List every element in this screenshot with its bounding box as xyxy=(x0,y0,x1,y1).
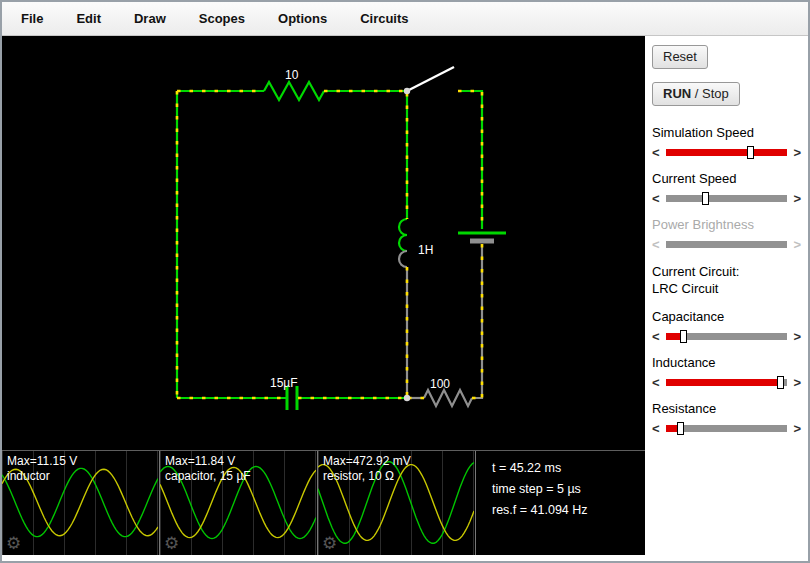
inductor[interactable]: 1H xyxy=(399,219,433,267)
menu-file[interactable]: File xyxy=(21,11,43,26)
slider-label: Simulation Speed xyxy=(652,125,801,140)
slider-fill xyxy=(666,379,781,386)
scope-readout: Max=472.92 mV resistor, 10 Ω xyxy=(323,454,411,484)
menu-scopes[interactable]: Scopes xyxy=(199,11,245,26)
scope-panel-resistor[interactable]: Max=472.92 mV resistor, 10 Ω ⚙ xyxy=(318,451,476,555)
slider-track[interactable] xyxy=(666,149,787,156)
control-sidebar: Reset RUN / Stop Simulation Speed < > Cu… xyxy=(645,36,808,561)
slider-right-arrow-icon[interactable]: > xyxy=(790,329,801,344)
current-circuit-info: Current Circuit: LRC Circuit xyxy=(652,263,801,297)
capacitance-slider: Capacitance < > xyxy=(652,309,801,343)
slider-label: Current Speed xyxy=(652,171,801,186)
slider-right-arrow-icon[interactable]: > xyxy=(790,421,801,436)
scope-row: Max=11.15 V inductor ⚙ Max=11.84 V capac… xyxy=(2,450,645,555)
scope-panel-capacitor[interactable]: Max=11.84 V capacitor, 15 µF ⚙ xyxy=(160,451,318,555)
slider-track[interactable] xyxy=(666,333,787,340)
slider-track[interactable] xyxy=(666,241,787,248)
capacitor-label: 15µF xyxy=(270,376,298,390)
slider-handle[interactable] xyxy=(680,330,687,343)
app-window: File Edit Draw Scopes Options Circuits xyxy=(0,0,810,563)
slider-handle[interactable] xyxy=(777,376,784,389)
inductance-slider: Inductance < > xyxy=(652,355,801,389)
resistor-top[interactable]: 10 xyxy=(264,68,324,100)
slider-right-arrow-icon[interactable]: > xyxy=(790,237,801,252)
run-stop-button[interactable]: RUN / Stop xyxy=(652,82,740,106)
current-dots xyxy=(177,91,482,398)
switch[interactable] xyxy=(407,67,454,91)
status-timestep: time step = 5 µs xyxy=(492,479,588,500)
slider-left-arrow-icon[interactable]: < xyxy=(652,191,663,206)
scope-max-label: Max=472.92 mV xyxy=(323,454,411,469)
power-brightness-slider: Power Brightness < > xyxy=(652,217,801,251)
circuit-area[interactable]: 10 1H xyxy=(2,36,645,450)
slider-label: Resistance xyxy=(652,401,801,416)
resistor-top-label: 10 xyxy=(285,68,299,82)
slider-left-arrow-icon[interactable]: < xyxy=(652,145,663,160)
scope-element-label: resistor, 10 Ω xyxy=(323,469,411,484)
status-time: t = 45.22 ms xyxy=(492,458,588,479)
current-circuit-label: Current Circuit: xyxy=(652,263,801,280)
slider-handle[interactable] xyxy=(702,192,709,205)
reset-button[interactable]: Reset xyxy=(652,45,708,69)
slider-fill xyxy=(666,149,787,156)
resistor-bottom-label: 100 xyxy=(430,377,450,391)
menu-bar: File Edit Draw Scopes Options Circuits xyxy=(2,2,808,36)
slider-right-arrow-icon[interactable]: > xyxy=(790,375,801,390)
scope-panel-inductor[interactable]: Max=11.15 V inductor ⚙ xyxy=(2,451,160,555)
status-resonant-freq: res.f = 41.094 Hz xyxy=(492,500,588,521)
inductor-label: 1H xyxy=(418,243,433,257)
slider-right-arrow-icon[interactable]: > xyxy=(790,191,801,206)
slider-handle[interactable] xyxy=(677,422,684,435)
slider-handle[interactable] xyxy=(747,146,754,159)
resistor-bottom[interactable]: 100 xyxy=(424,377,472,406)
slider-left-arrow-icon[interactable]: < xyxy=(652,375,663,390)
scope-element-label: inductor xyxy=(7,469,77,484)
junction-post-bottom[interactable] xyxy=(404,395,410,401)
scope-max-label: Max=11.15 V xyxy=(7,454,77,469)
slider-label: Capacitance xyxy=(652,309,801,324)
capacitor[interactable]: 15µF xyxy=(270,376,298,410)
stop-label: / Stop xyxy=(691,86,729,101)
resistance-slider: Resistance < > xyxy=(652,401,801,435)
slider-label: Power Brightness xyxy=(652,217,801,232)
scope-max-label: Max=11.84 V xyxy=(165,454,251,469)
slider-track[interactable] xyxy=(666,425,787,432)
slider-right-arrow-icon[interactable]: > xyxy=(790,145,801,160)
circuit-canvas-column: 10 1H xyxy=(2,36,645,555)
scope-settings-gear-icon[interactable]: ⚙ xyxy=(322,533,337,554)
simulation-speed-slider: Simulation Speed < > xyxy=(652,125,801,159)
scope-readout: Max=11.84 V capacitor, 15 µF xyxy=(165,454,251,484)
circuit-wires-neutral[interactable] xyxy=(407,244,482,398)
menu-draw[interactable]: Draw xyxy=(134,11,166,26)
voltage-source[interactable] xyxy=(458,233,506,241)
scope-settings-gear-icon[interactable]: ⚙ xyxy=(6,533,21,554)
slider-track[interactable] xyxy=(666,195,787,202)
menu-edit[interactable]: Edit xyxy=(76,11,101,26)
current-speed-slider: Current Speed < > xyxy=(652,171,801,205)
slider-left-arrow-icon[interactable]: < xyxy=(652,421,663,436)
menu-options[interactable]: Options xyxy=(278,11,327,26)
slider-left-arrow-icon[interactable]: < xyxy=(652,237,663,252)
menu-circuits[interactable]: Circuits xyxy=(360,11,408,26)
slider-left-arrow-icon[interactable]: < xyxy=(652,329,663,344)
junction-post-top[interactable] xyxy=(404,88,410,94)
scope-settings-gear-icon[interactable]: ⚙ xyxy=(164,533,179,554)
current-circuit-value: LRC Circuit xyxy=(652,280,801,297)
main-content: 10 1H xyxy=(2,36,808,561)
scope-readout: Max=11.15 V inductor xyxy=(7,454,77,484)
circuit-canvas[interactable]: 10 1H xyxy=(2,36,645,450)
simulation-status: t = 45.22 ms time step = 5 µs res.f = 41… xyxy=(476,451,588,555)
slider-track[interactable] xyxy=(666,379,787,386)
scope-element-label: capacitor, 15 µF xyxy=(165,469,251,484)
run-label: RUN xyxy=(663,86,691,101)
slider-label: Inductance xyxy=(652,355,801,370)
circuit-wires-hot[interactable] xyxy=(177,91,482,398)
